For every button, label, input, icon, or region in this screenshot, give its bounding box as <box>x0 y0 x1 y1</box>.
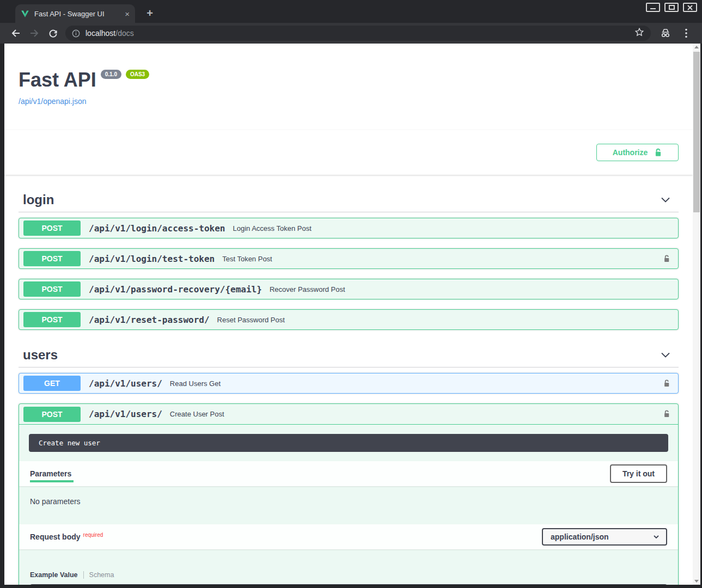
request-body-label-group: Request bodyrequired <box>30 532 103 542</box>
api-info: Fast API 0.1.0 OAS3 /api/v1/openapi.json <box>19 44 679 106</box>
operation-path[interactable]: /api/v1/login/test-token <box>89 254 215 264</box>
request-body-header: Request bodyrequired application/json <box>19 524 678 549</box>
authorize-button[interactable]: Authorize <box>596 144 679 161</box>
operation-row[interactable]: POST /api/v1/users/ Create User Post <box>19 404 678 425</box>
parameters-header: Parameters Try it out <box>19 461 678 486</box>
operation-path[interactable]: /api/v1/reset-password/ <box>89 315 210 325</box>
new-tab-button[interactable]: + <box>143 6 157 20</box>
operation-summary: Login Access Token Post <box>233 224 311 232</box>
forward-icon[interactable] <box>25 25 44 41</box>
operation-summary: Read Users Get <box>170 379 221 388</box>
chevron-down-icon <box>653 534 660 540</box>
example-code-block[interactable]: { <box>30 584 667 585</box>
url-path: /docs <box>115 29 133 38</box>
page-scrollbar[interactable] <box>693 44 700 585</box>
chevron-down-icon[interactable] <box>660 350 671 360</box>
window-controls <box>646 3 697 12</box>
oas3-badge: OAS3 <box>126 70 149 79</box>
menu-kebab-icon[interactable] <box>677 25 695 41</box>
browser-tab-active[interactable]: Fast API - Swagger UI × <box>15 4 135 23</box>
method-badge[interactable]: POST <box>23 281 81 297</box>
tab-strip: Fast API - Swagger UI × + <box>0 0 702 23</box>
swagger-page: Fast API 0.1.0 OAS3 /api/v1/openapi.json… <box>4 44 693 585</box>
tab-close-icon[interactable]: × <box>125 10 130 18</box>
method-badge[interactable]: POST <box>23 407 81 422</box>
scheme-container: Authorize <box>4 130 693 175</box>
maximize-icon[interactable] <box>664 3 679 12</box>
model-example: Example Value Schema { <box>19 549 678 585</box>
chevron-down-icon[interactable] <box>660 194 671 205</box>
scrollbar-up-arrow-icon[interactable] <box>694 46 699 48</box>
url-host: localhost <box>86 29 115 38</box>
tab-divider <box>83 571 84 579</box>
api-title-text: Fast API <box>19 69 96 91</box>
toolbar-right <box>656 25 695 41</box>
section-title: login <box>23 192 54 207</box>
refresh-icon[interactable] <box>44 25 62 41</box>
browser-toolbar: localhost/docs <box>0 23 702 44</box>
tab-example-value[interactable]: Example Value <box>30 571 78 579</box>
section-title: users <box>23 347 58 363</box>
favicon-v-icon <box>21 9 29 18</box>
openapi-spec-link[interactable]: /api/v1/openapi.json <box>19 97 87 106</box>
version-badge: 0.1.0 <box>101 70 121 79</box>
authorize-label: Authorize <box>613 148 648 157</box>
method-badge[interactable]: GET <box>23 376 81 391</box>
scrollbar-down-arrow-icon[interactable] <box>694 580 699 583</box>
operation-path[interactable]: /api/v1/login/access-token <box>89 223 225 234</box>
operation-summary: Reset Password Post <box>217 316 285 324</box>
scrollbar-thumb[interactable] <box>693 52 700 212</box>
info-icon[interactable] <box>72 29 80 38</box>
operation-row[interactable]: POST /api/v1/reset-password/ Reset Passw… <box>19 309 679 330</box>
lock-open-icon[interactable] <box>663 254 670 264</box>
operation-path[interactable]: /api/v1/users/ <box>89 378 162 389</box>
operation-summary: Recover Password Post <box>270 285 345 293</box>
operation-row[interactable]: POST /api/v1/login/test-token Test Token… <box>19 248 679 269</box>
no-parameters-text: No parameters <box>19 486 678 517</box>
method-badge[interactable]: POST <box>23 251 81 266</box>
operation-expanded: POST /api/v1/users/ Create User Post Cre… <box>19 403 679 585</box>
method-badge[interactable]: POST <box>23 312 81 327</box>
tab-schema[interactable]: Schema <box>89 571 114 579</box>
incognito-icon <box>656 25 675 41</box>
back-icon[interactable] <box>7 25 25 41</box>
operation-path[interactable]: /api/v1/users/ <box>89 409 162 419</box>
operation-summary: Create User Post <box>170 410 224 418</box>
content-type-value: application/json <box>551 532 609 541</box>
try-it-out-button[interactable]: Try it out <box>610 464 667 483</box>
tab-title: Fast API - Swagger UI <box>34 10 120 18</box>
request-body-label: Request body <box>30 532 81 541</box>
operation-row[interactable]: POST /api/v1/login/access-token Login Ac… <box>19 218 679 238</box>
lock-open-icon[interactable] <box>663 409 670 419</box>
lock-open-icon <box>654 148 662 157</box>
operation-summary: Test Token Post <box>222 255 272 263</box>
tab-parameters[interactable]: Parameters <box>30 462 71 486</box>
operation-path[interactable]: /api/v1/password-recovery/{email} <box>89 284 262 295</box>
minimize-icon[interactable] <box>646 3 660 12</box>
content-type-select[interactable]: application/json <box>542 528 667 546</box>
address-bar[interactable]: localhost/docs <box>65 26 651 41</box>
page-title: Fast API 0.1.0 OAS3 <box>19 69 679 91</box>
operation-row[interactable]: POST /api/v1/password-recovery/{email} R… <box>19 279 679 299</box>
required-badge: required <box>83 532 103 538</box>
close-icon[interactable] <box>683 3 697 12</box>
operation-description: Create new user <box>29 434 668 452</box>
lock-open-icon[interactable] <box>663 379 670 388</box>
url-text[interactable]: localhost/docs <box>86 29 134 38</box>
section-header-login[interactable]: login <box>19 188 679 212</box>
method-badge[interactable]: POST <box>23 220 81 236</box>
section-header-users[interactable]: users <box>19 343 679 367</box>
bookmark-star-icon[interactable] <box>634 27 644 39</box>
operation-row[interactable]: GET /api/v1/users/ Read Users Get <box>19 373 679 394</box>
